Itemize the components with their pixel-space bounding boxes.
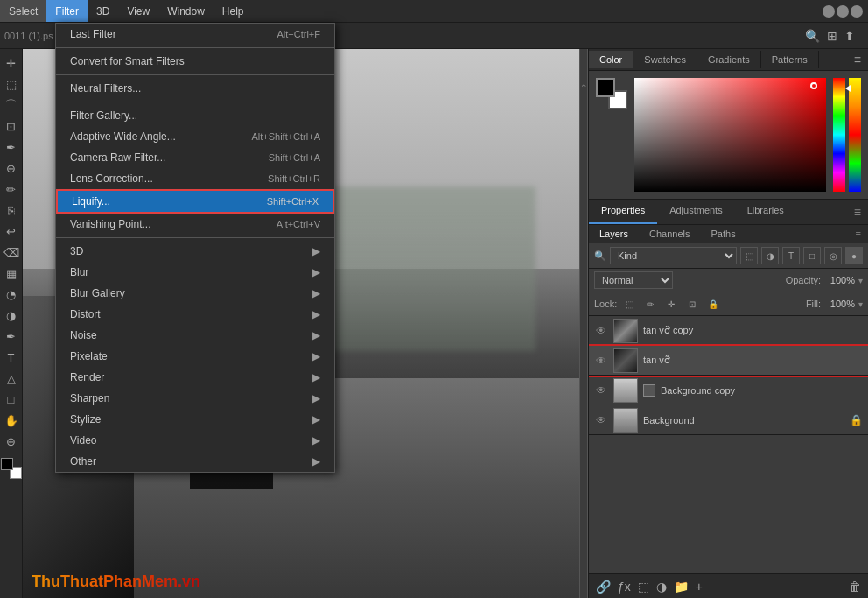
menu-item-noise[interactable]: Noise ▶: [56, 325, 334, 346]
adjust-filter-btn[interactable]: ◑: [761, 247, 779, 264]
layer-eye-bg-copy[interactable]: 👁: [594, 383, 608, 397]
collapse-bar[interactable]: ‹: [579, 49, 588, 598]
brush-tool[interactable]: ✏: [2, 179, 21, 199]
lock-pixels-btn[interactable]: ✏: [641, 295, 659, 313]
fg-swatch[interactable]: [596, 78, 615, 97]
layer-item-bg-copy[interactable]: 👁 Background copy: [589, 376, 868, 405]
shape-tool[interactable]: □: [2, 390, 21, 409]
menu-item-vanishing-point[interactable]: Vanishing Point... Alt+Ctrl+V: [56, 214, 334, 235]
blur-tool[interactable]: ◔: [2, 285, 21, 304]
menu-item-convert-smart[interactable]: Convert for Smart Filters: [56, 51, 334, 72]
new-layer-btn[interactable]: +: [696, 580, 703, 594]
color-swatch[interactable]: [1, 458, 22, 479]
new-group-btn[interactable]: 📁: [674, 580, 689, 594]
maximize-btn[interactable]: [836, 5, 849, 18]
layer-item-tan-vo-copy[interactable]: 👁 tan vỡ copy: [589, 316, 868, 346]
menu-select[interactable]: Select: [0, 0, 46, 22]
color-hue-bar[interactable]: [833, 78, 845, 192]
menu-item-neural[interactable]: Neural Filters...: [56, 78, 334, 99]
adjustment-layer-btn[interactable]: ◑: [656, 580, 667, 594]
share-icon[interactable]: ⬆: [844, 29, 855, 43]
link-layers-btn[interactable]: 🔗: [596, 580, 611, 594]
layer-item-tan-vo[interactable]: 👁 tan vỡ: [589, 346, 868, 376]
properties-menu-btn[interactable]: ≡: [847, 200, 868, 224]
layer-eye-background[interactable]: 👁: [594, 413, 608, 427]
crop-tool[interactable]: ⊡: [2, 116, 21, 136]
add-style-btn[interactable]: ƒx: [618, 580, 631, 594]
search-icon[interactable]: 🔍: [805, 29, 820, 43]
layer-item-background[interactable]: 👁 Background 🔒: [589, 405, 868, 435]
subtab-paths[interactable]: Paths: [701, 225, 746, 243]
lasso-tool[interactable]: ⌒: [2, 95, 21, 115]
lock-all-btn[interactable]: 🔒: [704, 295, 722, 313]
tab-libraries[interactable]: Libraries: [735, 200, 796, 224]
move-tool[interactable]: ✛: [2, 53, 21, 73]
tab-patterns[interactable]: Patterns: [761, 51, 819, 68]
menu-filter[interactable]: Filter: [46, 0, 88, 22]
menu-item-blur-gallery[interactable]: Blur Gallery ▶: [56, 283, 334, 304]
hand-tool[interactable]: ✋: [2, 411, 21, 430]
filter-on-btn[interactable]: ●: [845, 247, 863, 264]
menu-item-video[interactable]: Video ▶: [56, 430, 334, 451]
layer-eye-tan-vo-copy[interactable]: 👁: [594, 324, 608, 338]
add-mask-btn[interactable]: ⬚: [638, 580, 649, 594]
lock-transparent-btn[interactable]: ⬚: [620, 295, 638, 313]
menu-item-distort[interactable]: Distort ▶: [56, 304, 334, 325]
subtab-channels[interactable]: Channels: [639, 225, 700, 243]
dodge-tool[interactable]: ◑: [2, 306, 21, 325]
smart-filter-btn[interactable]: ◎: [824, 247, 842, 264]
lock-artboard-btn[interactable]: ⊡: [683, 295, 701, 313]
kind-select[interactable]: Kind: [610, 247, 737, 264]
text-filter-btn[interactable]: T: [782, 247, 800, 264]
menu-3d[interactable]: 3D: [88, 0, 118, 22]
opacity-chevron[interactable]: ▾: [858, 276, 863, 285]
menu-item-adaptive-wide[interactable]: Adaptive Wide Angle... Alt+Shift+Ctrl+A: [56, 126, 334, 147]
select-tool[interactable]: ⬚: [2, 74, 21, 94]
path-tool[interactable]: △: [2, 369, 21, 388]
menu-item-other[interactable]: Other ▶: [56, 451, 334, 472]
tab-properties[interactable]: Properties: [589, 200, 657, 224]
blend-mode-select[interactable]: Normal: [594, 271, 673, 289]
menu-item-lens-correction[interactable]: Lens Correction... Shift+Ctrl+R: [56, 168, 334, 189]
eraser-tool[interactable]: ⌫: [2, 243, 21, 262]
tab-adjustments[interactable]: Adjustments: [657, 200, 735, 224]
tab-color[interactable]: Color: [589, 51, 634, 68]
menu-view[interactable]: View: [118, 0, 158, 22]
color-alpha-bar[interactable]: [849, 78, 861, 192]
menu-window[interactable]: Window: [158, 0, 214, 22]
tab-swatches[interactable]: Swatches: [634, 51, 697, 68]
text-tool[interactable]: T: [2, 348, 21, 367]
heal-tool[interactable]: ⊕: [2, 158, 21, 178]
pen-tool[interactable]: ✒: [2, 327, 21, 346]
gradient-tool[interactable]: ▦: [2, 264, 21, 283]
minimize-btn[interactable]: [822, 5, 835, 18]
color-panel-menu-btn[interactable]: ≡: [847, 49, 868, 70]
pixel-filter-btn[interactable]: ⬚: [740, 247, 758, 264]
menu-item-filter-gallery[interactable]: Filter Gallery...: [56, 105, 334, 126]
menu-item-last-filter[interactable]: Last Filter Alt+Ctrl+F: [56, 24, 334, 45]
menu-item-pixelate[interactable]: Pixelate ▶: [56, 346, 334, 367]
menu-help[interactable]: Help: [214, 0, 253, 22]
menu-item-stylize[interactable]: Stylize ▶: [56, 409, 334, 430]
zoom-tool[interactable]: ⊕: [2, 432, 21, 451]
subtab-layers[interactable]: Layers: [589, 225, 639, 243]
close-btn[interactable]: [850, 5, 863, 18]
layer-eye-tan-vo[interactable]: 👁: [594, 354, 608, 368]
clone-tool[interactable]: ⎘: [2, 201, 21, 220]
menu-item-camera-raw[interactable]: Camera Raw Filter... Shift+Ctrl+A: [56, 147, 334, 168]
color-sat-val-box[interactable]: [634, 78, 826, 192]
menu-item-3d[interactable]: 3D ▶: [56, 241, 334, 262]
delete-layer-btn[interactable]: 🗑: [849, 580, 861, 594]
menu-item-liquify[interactable]: Liquify... Shift+Ctrl+X: [56, 189, 334, 214]
tab-gradients[interactable]: Gradients: [697, 51, 761, 68]
shape-filter-btn[interactable]: □: [803, 247, 821, 264]
history-tool[interactable]: ↩: [2, 222, 21, 241]
menu-item-blur[interactable]: Blur ▶: [56, 262, 334, 283]
fill-chevron[interactable]: ▾: [858, 299, 863, 309]
lock-position-btn[interactable]: ✛: [662, 295, 680, 313]
menu-item-render[interactable]: Render ▶: [56, 367, 334, 388]
menu-item-sharpen[interactable]: Sharpen ▶: [56, 388, 334, 409]
eyedropper-tool[interactable]: ✒: [2, 137, 21, 157]
workspace-icon[interactable]: ⊞: [827, 29, 837, 43]
layers-menu-btn[interactable]: ≡: [849, 225, 868, 243]
